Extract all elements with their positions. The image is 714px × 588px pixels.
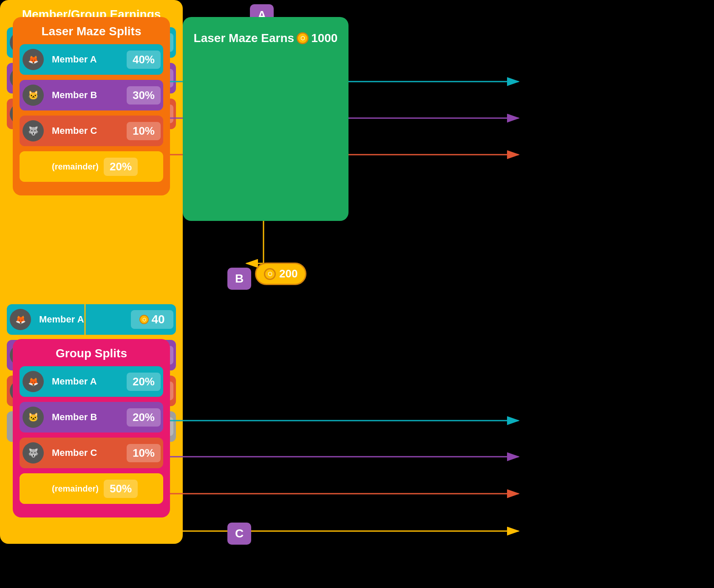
group-member-a-avatar: 🦊 [20, 366, 47, 397]
group-member-a-pct: 20% [127, 373, 161, 391]
group-member-b-name: Member B [47, 412, 127, 423]
laser-remainder-row: (remainder) 20% [20, 151, 163, 182]
group-splits-title: Group Splits [20, 347, 163, 360]
group-avatar-circle-c: 🐺 [23, 442, 44, 464]
coin-icon-earns: ⬡ [297, 32, 309, 44]
laser-member-c-name: Member C [47, 125, 127, 136]
group-remainder-name: (remainder) [47, 482, 104, 495]
group-member-a-name: Member A [47, 376, 127, 387]
group-avatar-circle-a: 🦊 [23, 371, 44, 392]
group-splits-panel: Group Splits 🦊 Member A 20% 🐱 Member B 2… [13, 339, 170, 517]
group-member-b-pct: 20% [127, 408, 161, 427]
badge-b: B [227, 268, 251, 290]
remainder-coin-label: ⬡ 200 [255, 263, 306, 285]
laser-splits-title: Laser Maze Splits [20, 25, 163, 38]
earn-group-a-row: 🦊 Member A ⬡ 40 [7, 304, 176, 335]
earn-group-a-avatar: 🦊 [7, 304, 34, 335]
group-member-c-avatar: 🐺 [20, 438, 47, 468]
laser-splits-panel: Laser Maze Splits 🦊 Member A 40% 🐱 Membe… [13, 17, 170, 195]
laser-member-c-pct: 10% [127, 122, 161, 140]
laser-member-c-row: 🐺 Member C 10% [20, 116, 163, 146]
laser-member-a-name: Member A [47, 54, 127, 65]
diagram-container: A Laser Maze Earns ⬡ 1000 Laser Maze Spl… [0, 0, 714, 588]
laser-member-c-avatar: 🐺 [20, 116, 47, 146]
remainder-amount: 200 [279, 267, 298, 280]
earn-group-a-amount: ⬡ 40 [131, 310, 173, 329]
group-member-b-avatar: 🐱 [20, 402, 47, 433]
group-member-c-name: Member C [47, 447, 127, 458]
laser-member-a-pct: 40% [127, 51, 161, 69]
coin-icon-200: ⬡ [264, 268, 276, 280]
group-remainder-avatar [20, 473, 47, 504]
laser-remainder-avatar [20, 151, 47, 182]
laser-member-a-row: 🦊 Member A 40% [20, 44, 163, 75]
laser-earns-panel: Laser Maze Earns ⬡ 1000 [183, 17, 348, 221]
laser-member-a-avatar: 🦊 [20, 44, 47, 75]
laser-remainder-name: (remainder) [47, 160, 104, 173]
laser-remainder-pct: 20% [104, 158, 138, 176]
laser-member-b-row: 🐱 Member B 30% [20, 80, 163, 110]
group-member-b-row: 🐱 Member B 20% [20, 402, 163, 433]
group-member-c-pct: 10% [127, 444, 161, 462]
group-member-c-row: 🐺 Member C 10% [20, 438, 163, 468]
avatar-circle-b: 🐱 [23, 85, 44, 106]
laser-member-b-pct: 30% [127, 86, 161, 105]
coin-sm-ga: ⬡ [139, 315, 149, 324]
avatar-circle-a: 🦊 [23, 49, 44, 70]
laser-earns-title: Laser Maze Earns ⬡ 1000 [194, 25, 338, 45]
group-avatar-circle-b: 🐱 [23, 407, 44, 428]
earn-group-a-name: Member A [34, 314, 131, 325]
group-remainder-row: (remainder) 50% [20, 473, 163, 504]
laser-member-b-avatar: 🐱 [20, 80, 47, 110]
laser-member-b-name: Member B [47, 90, 127, 101]
group-remainder-pct: 50% [104, 480, 138, 498]
badge-c: C [227, 523, 251, 545]
group-member-a-row: 🦊 Member A 20% [20, 366, 163, 397]
avatar-circle-c: 🐺 [23, 120, 44, 141]
